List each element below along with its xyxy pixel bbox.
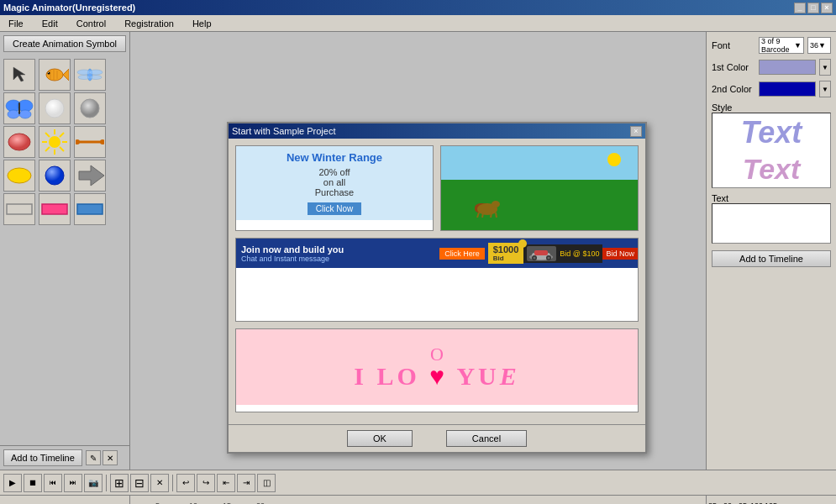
svg-point-38: [492, 201, 500, 207]
ad-price: $1000 Bid: [488, 243, 524, 264]
dialog-titlebar: Start with Sample Project ×: [229, 123, 645, 139]
ad-join-text: Join now and build you: [241, 244, 434, 255]
dialog-overlay: Start with Sample Project × New Winter R…: [0, 0, 836, 504]
sample-ad-banner[interactable]: Join now and build you Chat and Instant …: [235, 238, 639, 322]
svg-line-40: [482, 213, 483, 218]
dialog-footer: OK Cancel: [229, 424, 645, 452]
svg-point-47: [534, 256, 536, 259]
bid-price-text: Bid @ $100: [560, 249, 599, 258]
grass-image: [441, 146, 638, 230]
svg-line-42: [496, 213, 497, 218]
banner-title: New Winter Range: [241, 151, 428, 164]
sample-dialog: Start with Sample Project × New Winter R…: [227, 122, 647, 454]
dialog-close-button[interactable]: ×: [630, 126, 642, 137]
sample-banner-content: New Winter Range 20% off on all Purchase…: [236, 146, 433, 220]
banner-body: 20% off on all Purchase: [241, 167, 428, 197]
dialog-title: Start with Sample Project: [232, 126, 336, 136]
sample-banner-ad[interactable]: New Winter Range 20% off on all Purchase…: [235, 145, 434, 231]
samples-grid: New Winter Range 20% off on all Purchase…: [235, 145, 639, 412]
ad-click-here-button[interactable]: Click Here: [439, 248, 485, 260]
sample-love[interactable]: O I LO ♥ YUE: [235, 328, 639, 412]
svg-line-41: [491, 213, 492, 218]
svg-point-49: [548, 256, 550, 259]
dialog-cancel-button[interactable]: Cancel: [446, 430, 527, 447]
banner-click-now-button[interactable]: Click Now: [308, 202, 361, 215]
dialog-ok-button[interactable]: OK: [347, 430, 413, 447]
ad-sub-text: Chat and Instant message: [241, 255, 434, 263]
car-thumbnail: [527, 246, 556, 261]
sample-landscape[interactable]: [440, 145, 639, 231]
svg-line-39: [477, 213, 479, 218]
dialog-body: New Winter Range 20% off on all Purchase…: [229, 139, 645, 424]
ad-bid-button[interactable]: Bid Now: [602, 248, 638, 260]
love-main-text: I LO ♥ YUE: [354, 362, 520, 391]
sun-icon: [607, 153, 621, 166]
svg-rect-45: [534, 250, 548, 255]
love-banner: O I LO ♥ YUE: [236, 329, 638, 405]
